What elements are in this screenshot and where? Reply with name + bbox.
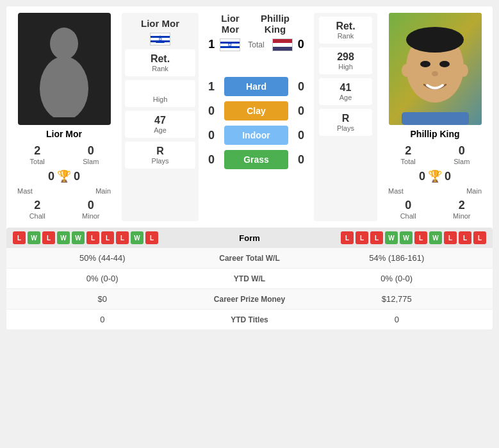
court-right-num-clay: 0 bbox=[295, 104, 307, 118]
left-rank-box: Ret. Rank bbox=[125, 49, 195, 76]
right-form-badge-7: L bbox=[444, 231, 457, 244]
stat-right-val-0: 54% (186-161) bbox=[307, 253, 487, 263]
left-minor-label: Minor bbox=[82, 212, 100, 220]
player-left-panel: Lior Mor 2 Total 0 Slam 0 🏆 0 Mast Main bbox=[10, 13, 119, 221]
form-label: Form bbox=[224, 233, 275, 243]
right-form-badge-2: L bbox=[370, 231, 383, 244]
court-btn-hard[interactable]: Hard bbox=[224, 77, 288, 96]
court-rows: 1 Hard 0 0 Clay 0 0 Indoor 0 0 Grass 0 bbox=[205, 77, 307, 169]
svg-point-7 bbox=[439, 61, 450, 67]
stats-row-3: 0 YTD Titles 0 bbox=[6, 310, 493, 329]
court-left-num-indoor: 0 bbox=[205, 129, 218, 142]
stat-left-val-1: 0% (0-0) bbox=[13, 274, 192, 283]
right-minor-value: 2 bbox=[459, 199, 465, 212]
svg-point-6 bbox=[420, 61, 430, 67]
right-plays-label: Plays bbox=[325, 124, 366, 132]
court-left-num-grass: 0 bbox=[205, 153, 218, 167]
left-flag-icon: ✡ bbox=[150, 33, 170, 46]
form-badges-right: LLLWWLWLLL bbox=[275, 231, 487, 244]
stat-center-label-2: Career Prize Money bbox=[192, 295, 307, 304]
left-high-label: High bbox=[131, 95, 189, 103]
right-age-label: Age bbox=[325, 94, 366, 101]
left-form-badge-7: L bbox=[116, 231, 129, 244]
svg-rect-11 bbox=[402, 112, 469, 125]
stats-table: 50% (44-44) Career Total W/L 54% (186-16… bbox=[6, 248, 493, 329]
center-right-name: Phillip King bbox=[249, 13, 301, 35]
center-left-flag: ✡ bbox=[220, 38, 240, 51]
left-rank-value: Ret. bbox=[131, 53, 189, 65]
left-form-badge-9: L bbox=[145, 231, 158, 244]
player-right-panel: Phillip King 2 Total 0 Slam 0 🏆 0 Mast bbox=[380, 13, 489, 221]
right-form-badge-3: W bbox=[385, 231, 398, 244]
center-right-flag bbox=[272, 38, 293, 51]
svg-point-0 bbox=[50, 28, 78, 60]
left-form-badge-6: L bbox=[101, 231, 114, 244]
center-left-name: Lior Mor bbox=[211, 13, 249, 35]
trophy-right-icon: 🏆 bbox=[428, 169, 442, 183]
left-age-box: 47 Age bbox=[125, 111, 195, 138]
right-rank-label: Rank bbox=[325, 32, 366, 40]
right-form-badge-0: L bbox=[341, 231, 354, 244]
right-mast-value: 0 bbox=[419, 170, 425, 183]
right-age-value: 41 bbox=[325, 82, 366, 94]
left-mast-label: Mast bbox=[17, 187, 33, 195]
right-high-label: High bbox=[325, 63, 366, 71]
stat-center-label-1: YTD W/L bbox=[192, 274, 307, 283]
left-form-badge-1: W bbox=[28, 231, 40, 244]
left-form-badge-4: W bbox=[72, 231, 85, 244]
right-slam-label: Slam bbox=[454, 158, 470, 165]
right-main-value: 0 bbox=[445, 170, 451, 183]
left-total-label: Total bbox=[30, 158, 45, 165]
right-form-badge-8: L bbox=[459, 231, 471, 244]
total-right-num: 0 bbox=[298, 38, 304, 51]
player-right-name: Phillip King bbox=[411, 129, 460, 139]
right-main-label: Main bbox=[466, 187, 482, 195]
right-form-badge-1: L bbox=[356, 231, 368, 244]
court-row-hard: 1 Hard 0 bbox=[205, 77, 307, 96]
left-plays-label: Plays bbox=[131, 157, 189, 165]
court-btn-grass[interactable]: Grass bbox=[224, 150, 288, 169]
right-form-badge-6: W bbox=[429, 231, 442, 244]
left-minor-value: 0 bbox=[88, 199, 94, 212]
court-right-num-indoor: 0 bbox=[295, 129, 307, 142]
right-chall-label: Chall bbox=[400, 212, 416, 220]
court-row-indoor: 0 Indoor 0 bbox=[205, 126, 307, 145]
left-plays-value: R bbox=[131, 145, 189, 157]
left-total-value: 2 bbox=[34, 144, 40, 158]
player-left-name: Lior Mor bbox=[46, 129, 82, 139]
court-left-num-clay: 0 bbox=[205, 104, 218, 118]
left-high-box: High bbox=[125, 80, 195, 107]
trophy-left-icon: 🏆 bbox=[57, 169, 71, 183]
svg-point-1 bbox=[40, 56, 88, 117]
stat-right-val-2: $12,775 bbox=[307, 294, 487, 304]
right-rank-value: Ret. bbox=[325, 21, 366, 32]
court-btn-indoor[interactable]: Indoor bbox=[224, 126, 288, 145]
left-age-value: 47 bbox=[131, 115, 189, 126]
right-chall-value: 0 bbox=[405, 199, 411, 212]
stat-left-val-2: $0 bbox=[13, 294, 192, 304]
right-high-value: 298 bbox=[325, 51, 366, 63]
stats-row-1: 0% (0-0) YTD W/L 0% (0-0) bbox=[6, 269, 493, 289]
svg-point-10 bbox=[459, 64, 468, 77]
right-high-box: 298 High bbox=[319, 47, 372, 74]
court-right-num-grass: 0 bbox=[295, 153, 307, 167]
left-form-badge-3: W bbox=[57, 231, 70, 244]
right-plays-value: R bbox=[325, 113, 366, 124]
stat-right-val-1: 0% (0-0) bbox=[307, 274, 487, 283]
court-btn-clay[interactable]: Clay bbox=[224, 101, 288, 120]
stat-center-label-0: Career Total W/L bbox=[192, 254, 307, 263]
left-player-name-center: Lior Mor bbox=[141, 18, 179, 29]
svg-point-9 bbox=[402, 64, 411, 77]
stat-left-val-3: 0 bbox=[13, 315, 192, 324]
left-main-label: Main bbox=[95, 187, 111, 195]
left-form-badge-8: W bbox=[131, 231, 143, 244]
left-slam-label: Slam bbox=[83, 158, 99, 165]
stats-row-2: $0 Career Prize Money $12,775 bbox=[6, 289, 493, 310]
left-main-value: 0 bbox=[74, 170, 80, 183]
svg-point-8 bbox=[432, 71, 438, 76]
left-stats-panel: Lior Mor ✡ Ret. Rank High 47 Age bbox=[122, 13, 199, 221]
center-court-panel: Lior Mor Phillip King 1 ✡ Total 0 bbox=[202, 13, 311, 221]
right-form-badge-9: L bbox=[473, 231, 486, 244]
court-row-clay: 0 Clay 0 bbox=[205, 101, 307, 120]
stat-center-label-3: YTD Titles bbox=[192, 315, 307, 324]
